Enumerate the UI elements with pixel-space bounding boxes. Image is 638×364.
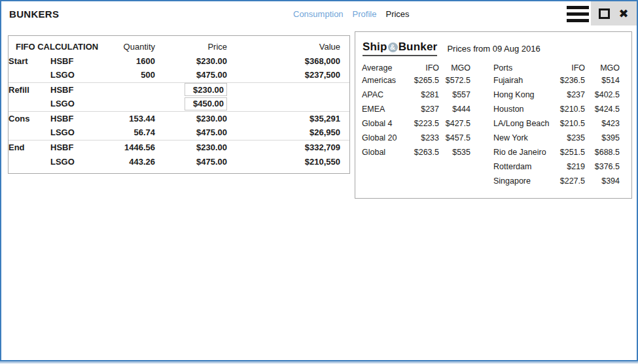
price-row: Hong Kong$237$402.5 (493, 88, 620, 102)
ifo-price-value: $233 (410, 131, 439, 145)
tab-consumption[interactable]: Consumption (293, 9, 344, 19)
fifo-price-cell (155, 97, 227, 111)
price-row: LA/Long Beach$210.5$423 (493, 116, 620, 131)
fifo-price-value: $230.00 (155, 54, 227, 68)
mgo-price-value: $402.5 (585, 88, 620, 102)
ifo-price-value: $265.5 (410, 73, 439, 88)
price-row-label: Houston (493, 102, 557, 116)
ifo-price-value: $223.5 (410, 116, 439, 131)
hamburger-bar (567, 12, 589, 16)
window-header: BUNKERS ConsumptionProfilePrices ✖ (1, 1, 637, 27)
price-row-label: Global 20 (362, 131, 410, 145)
prices-header-row: Ship&Bunker Prices from 09 Aug 2016 (363, 41, 541, 56)
close-icon[interactable]: ✖ (618, 8, 628, 19)
mgo-price-value: $424.5 (585, 102, 620, 116)
price-row: Singapore$227.5$394 (493, 174, 620, 188)
fifo-quantity-value: 56.74 (107, 125, 155, 140)
fifo-section-label: Refill (9, 82, 50, 97)
fifo-value-amount: $237,500 (227, 68, 349, 82)
price-row: Rio de Janeiro$251.5$688.5 (493, 145, 620, 159)
mgo-price-value: $572.5 (439, 73, 470, 88)
fifo-price-value: $230.00 (155, 111, 227, 125)
hamburger-bar (567, 19, 589, 22)
tab-prices[interactable]: Prices (385, 9, 409, 19)
fifo-fuel-label: LSGO (50, 68, 107, 82)
fifo-row: LSGO56.74$475.00$26,950 (9, 125, 349, 140)
price-row: Houston$210.5$424.5 (493, 102, 620, 116)
fifo-value-amount: $368,000 (227, 54, 349, 68)
fifo-quantity-value: 443.26 (107, 154, 155, 169)
fifo-value-amount (227, 82, 349, 97)
column-header-ifo: IFO (557, 62, 585, 73)
price-row: Global$263.5$535 (362, 145, 470, 159)
fifo-row: LSGO (9, 97, 349, 111)
price-row-label: EMEA (362, 102, 410, 116)
fifo-calculation-panel: FIFO CALCULATION Quantity Price Value St… (8, 35, 350, 174)
mgo-price-value: $557 (439, 88, 470, 102)
averages-header-row: Average IFO MGO (362, 62, 470, 73)
fifo-fuel-label: HSBF (50, 140, 107, 154)
ship-and-bunker-logo[interactable]: Ship&Bunker (363, 41, 437, 56)
fifo-table-body: StartHSBF1600$230.00$368,000LSGO500$475.… (9, 54, 349, 169)
price-row: EMEA$237$444 (362, 102, 470, 116)
refill-price-input[interactable] (185, 83, 227, 96)
maximize-icon[interactable] (599, 8, 610, 19)
mgo-price-value: $395 (585, 131, 620, 145)
ifo-price-value: $237 (410, 102, 439, 116)
price-row: Global 20$233$457.5 (362, 131, 470, 145)
fifo-quantity-value: 153.44 (107, 111, 155, 125)
fifo-row: LSGO443.26$475.00$210,550 (9, 154, 349, 169)
column-header-ifo: IFO (410, 62, 439, 73)
hamburger-bar (567, 6, 589, 9)
mgo-price-value: $535 (439, 145, 470, 159)
mgo-price-value: $376.5 (585, 159, 620, 174)
tab-bar: ConsumptionProfilePrices (293, 1, 410, 26)
fifo-value-amount: $26,950 (227, 125, 349, 140)
mgo-price-value: $444 (439, 102, 470, 116)
ports-header-row: Ports IFO MGO (493, 62, 620, 73)
fifo-row: LSGO500$475.00$237,500 (9, 68, 349, 82)
fifo-quantity-value: 1446.56 (107, 140, 155, 154)
column-header-mgo: MGO (585, 62, 620, 73)
fifo-table: FIFO CALCULATION Quantity Price Value St… (9, 39, 349, 169)
fifo-header-row: FIFO CALCULATION Quantity Price Value (9, 39, 349, 54)
hamburger-menu-icon[interactable] (567, 6, 589, 22)
ifo-price-value: $210.5 (557, 102, 585, 116)
price-row-label: Global 4 (362, 116, 410, 131)
fifo-fuel-label: HSBF (50, 54, 107, 68)
ifo-price-value: $219 (557, 159, 585, 174)
market-prices-panel: Ship&Bunker Prices from 09 Aug 2016 Aver… (355, 31, 632, 199)
fifo-row: ConsHSBF153.44$230.00$35,291 (9, 111, 349, 125)
ifo-price-value: $210.5 (557, 116, 585, 131)
column-header-average: Average (362, 62, 410, 73)
mgo-price-value: $423 (585, 116, 620, 131)
ifo-price-value: $236.5 (557, 73, 585, 88)
fifo-table-title: FIFO CALCULATION (9, 39, 107, 54)
fifo-quantity-value (107, 82, 155, 97)
fifo-value-amount: $35,291 (227, 111, 349, 125)
refill-price-input[interactable] (185, 97, 227, 110)
tab-profile[interactable]: Profile (353, 9, 377, 19)
fifo-price-value: $475.00 (155, 68, 227, 82)
price-row-label: Rio de Janeiro (493, 145, 557, 159)
prices-date-label: Prices from 09 Aug 2016 (447, 44, 540, 54)
fifo-row: StartHSBF1600$230.00$368,000 (9, 54, 349, 68)
fifo-fuel-label: HSBF (50, 82, 107, 97)
fifo-value-amount (227, 97, 349, 111)
fifo-price-cell (155, 82, 227, 97)
ifo-price-value: $237 (557, 88, 585, 102)
fifo-quantity-value: 1600 (107, 54, 155, 68)
column-header-value: Value (227, 39, 349, 54)
column-header-ports: Ports (493, 62, 557, 73)
mgo-price-value: $394 (585, 174, 620, 188)
price-row-label: Rotterdam (493, 159, 557, 174)
averages-table: Average IFO MGO Americas$265.5$572.5APAC… (362, 62, 470, 159)
ifo-price-value: $235 (557, 131, 585, 145)
window-controls: ✖ (591, 1, 637, 25)
fifo-fuel-label: LSGO (50, 97, 107, 111)
fifo-row: RefillHSBF (9, 82, 349, 97)
price-row-label: Fujairah (493, 73, 557, 88)
price-row: New York$235$395 (493, 131, 620, 145)
price-row: Fujairah$236.5$514 (493, 73, 620, 88)
ports-table: Ports IFO MGO Fujairah$236.5$514Hong Kon… (493, 62, 620, 188)
